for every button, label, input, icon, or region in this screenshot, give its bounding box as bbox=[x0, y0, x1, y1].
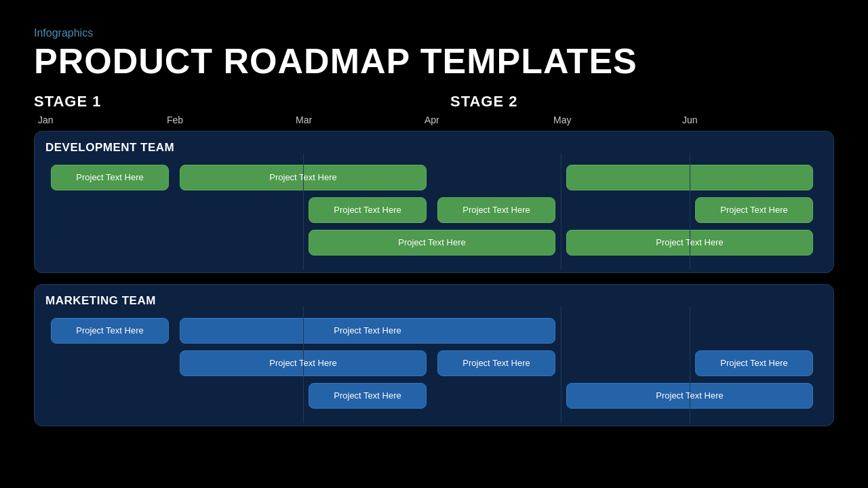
mkt-r3-c3: Project Text Here bbox=[303, 381, 432, 411]
infographics-label: Infographics bbox=[34, 27, 834, 39]
month-row: Jan Feb Mar Apr May Jun bbox=[34, 115, 807, 125]
mkt-r1-c2-4: Project Text Here bbox=[174, 316, 561, 346]
month-jan: Jan bbox=[34, 115, 163, 125]
dev-row-1: Project Text Here Project Text Here bbox=[45, 163, 824, 192]
mkt-bar-r1-c234[interactable]: Project Text Here bbox=[180, 318, 555, 344]
mkt-bar-r1-c1[interactable]: Project Text Here bbox=[51, 318, 169, 344]
month-apr: Apr bbox=[420, 115, 549, 125]
dev-r3-c2-empty bbox=[174, 228, 303, 258]
dev-row-2: Project Text Here Project Text Here Proj… bbox=[45, 195, 824, 225]
mkt-row-1: Project Text Here Project Text Here bbox=[45, 316, 824, 346]
dev-bar-r3-c34[interactable]: Project Text Here bbox=[309, 230, 555, 256]
stage1-label: STAGE 1 bbox=[34, 93, 450, 110]
marketing-team-title: MARKETING TEAM bbox=[45, 294, 823, 308]
dev-r2-c4: Project Text Here bbox=[432, 195, 561, 225]
month-feb: Feb bbox=[163, 115, 292, 125]
divider-col5 bbox=[690, 153, 690, 270]
mkt-r3-c2-empty bbox=[174, 381, 303, 411]
dev-bar-r2-c6[interactable]: Project Text Here bbox=[695, 197, 813, 223]
divider-col2 bbox=[303, 153, 304, 270]
mkt-r2-c4: Project Text Here bbox=[432, 348, 561, 378]
mkt-bar-r2-c6[interactable]: Project Text Here bbox=[695, 350, 813, 376]
development-team-title: DEVELOPMENT TEAM bbox=[45, 141, 823, 155]
dev-r2-c1-empty bbox=[45, 195, 174, 225]
dev-bar-r1-c1[interactable]: Project Text Here bbox=[51, 165, 169, 190]
mkt-bar-r2-c4[interactable]: Project Text Here bbox=[437, 350, 555, 376]
dev-r2-c3: Project Text Here bbox=[303, 195, 432, 225]
dev-bar-r2-c3[interactable]: Project Text Here bbox=[309, 197, 427, 223]
mkt-r1-c1: Project Text Here bbox=[45, 316, 174, 346]
mkt-r2-c6: Project Text Here bbox=[690, 348, 818, 378]
page: Infographics PRODUCT ROADMAP TEMPLATES S… bbox=[0, 0, 868, 488]
stage2-label: STAGE 2 bbox=[450, 93, 834, 110]
mkt-r3-c1-empty bbox=[45, 381, 174, 411]
stages-header: STAGE 1 STAGE 2 bbox=[34, 93, 834, 110]
dev-gantt: Project Text Here Project Text Here bbox=[45, 163, 824, 258]
dev-r3-c3-4: Project Text Here bbox=[303, 228, 561, 258]
dev-r1-c4-empty bbox=[432, 163, 561, 192]
month-mar: Mar bbox=[292, 115, 420, 125]
mkt-r3-c4-empty bbox=[432, 381, 561, 411]
mkt-row-2: Project Text Here Project Text Here Proj… bbox=[45, 348, 824, 378]
month-may: May bbox=[549, 115, 678, 125]
divider-col4 bbox=[561, 153, 561, 270]
marketing-team-section: MARKETING TEAM Project Text Here Project… bbox=[34, 284, 834, 426]
mkt-r2-c1-empty bbox=[45, 348, 174, 378]
dev-r2-c5-empty bbox=[561, 195, 690, 225]
mkt-r1-c5-empty bbox=[561, 316, 690, 346]
main-title: PRODUCT ROADMAP TEMPLATES bbox=[34, 42, 834, 81]
mkt-row-3: Project Text Here Project Text Here bbox=[45, 381, 824, 411]
mkt-bar-r3-c3[interactable]: Project Text Here bbox=[309, 383, 427, 409]
mkt-r1-c6-empty bbox=[690, 316, 818, 346]
mkt-gantt: Project Text Here Project Text Here Proj… bbox=[45, 316, 824, 411]
dev-r2-c2-empty bbox=[174, 195, 303, 225]
mkt-divider-col2 bbox=[303, 306, 304, 423]
dev-r2-c6: Project Text Here bbox=[690, 195, 818, 225]
mkt-divider-col4 bbox=[561, 306, 561, 423]
development-team-section: DEVELOPMENT TEAM Project Text Here Proje… bbox=[34, 131, 834, 273]
mkt-divider-col5 bbox=[690, 306, 690, 423]
dev-row-3: Project Text Here Project Text Here bbox=[45, 228, 824, 258]
dev-r3-c1-empty bbox=[45, 228, 174, 258]
dev-bar-r2-c4[interactable]: Project Text Here bbox=[437, 197, 555, 223]
dev-r1-c1: Project Text Here bbox=[45, 163, 174, 192]
mkt-r2-c5-empty bbox=[561, 348, 690, 378]
month-jun: Jun bbox=[678, 115, 807, 125]
